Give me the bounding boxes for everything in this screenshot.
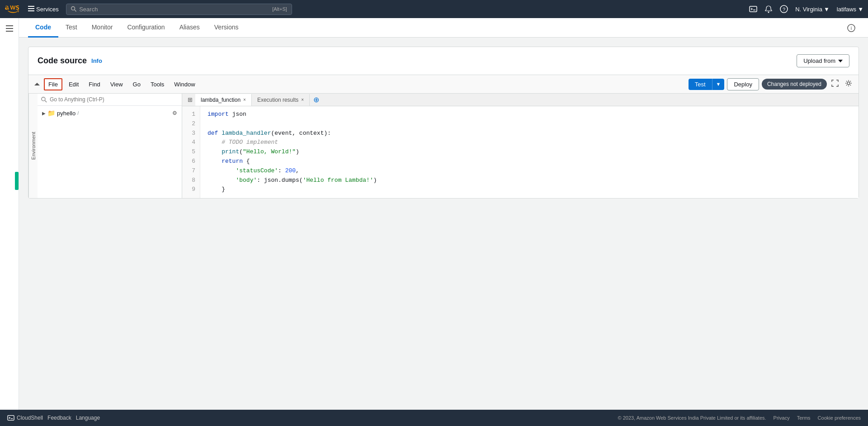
test-button[interactable]: Test [689,79,712,90]
folder-settings-icon[interactable]: ⚙ [172,110,177,116]
bottom-bar-left: CloudShell Feedback Language [7,414,100,421]
edit-menu-item[interactable]: Edit [65,79,82,90]
test-dropdown-button[interactable]: ▼ [712,79,725,90]
notifications-icon[interactable] [764,5,773,13]
svg-marker-16 [34,83,40,85]
tab-panel-icon[interactable]: ⊞ [185,94,195,106]
tools-menu-item[interactable]: Tools [147,79,168,90]
aws-logo[interactable] [5,4,19,14]
info-link[interactable]: Info [91,57,102,64]
content-area: Code Test Monitor Configuration Aliases … [19,18,868,410]
svg-text:i: i [851,25,852,31]
go-menu-item[interactable]: Go [129,79,144,90]
nav-right: ? N. Virginia ▼ latifaws ▼ [749,5,863,13]
top-nav: Services [Alt+S] ? N. Virginia ▼ latifaw… [0,0,868,18]
services-menu[interactable]: Services [24,4,62,14]
search-shortcut: [Alt+S] [272,6,287,12]
line-numbers: 1 2 3 4 5 6 7 8 9 [182,106,200,198]
file-search[interactable] [38,94,182,106]
file-panel: ▶ 📁 pyhello / ⚙ [38,94,182,198]
region-selector[interactable]: N. Virginia ▼ [795,6,830,13]
editor-tabs: ⊞ lambda_function × Execution results × … [182,94,859,106]
tab-code[interactable]: Code [28,18,58,38]
editor-toolbar: File Edit Find View Go Tools Window Test… [28,75,859,94]
svg-rect-5 [750,6,757,12]
collapse-button[interactable] [33,80,41,89]
panel-title: Code source Info [38,56,102,66]
tab-close-execution-icon[interactable]: × [301,97,304,102]
svg-rect-0 [28,6,34,7]
upload-from-button[interactable]: Upload from [797,54,849,67]
tab-versions[interactable]: Versions [207,18,246,38]
main-content: Code source Info Upload from File Edit [19,38,868,410]
find-menu-item[interactable]: Find [85,79,104,90]
file-menu-item[interactable]: File [44,78,62,90]
editor-tab-lambda[interactable]: lambda_function × [195,94,252,106]
svg-point-17 [847,82,850,85]
tab-test[interactable]: Test [58,18,85,38]
user-menu[interactable]: latifaws ▼ [837,6,863,13]
svg-rect-2 [28,10,34,11]
svg-text:?: ? [783,7,785,12]
svg-rect-20 [8,416,14,421]
code-body[interactable]: 1 2 3 4 5 6 7 8 9 import json def lambda… [182,106,859,198]
code-source-panel: Code source Info Upload from File Edit [28,47,859,199]
settings-icon[interactable] [843,78,854,90]
tab-close-icon[interactable]: × [243,97,246,102]
bottom-bar-right: © 2023, Amazon Web Services India Privat… [618,415,861,421]
add-tab-button[interactable]: ⊕ [310,94,323,106]
cookie-link[interactable]: Cookie preferences [818,415,861,421]
view-menu-item[interactable]: View [107,79,127,90]
code-content[interactable]: import json def lambda_handler(event, co… [200,106,859,198]
cloudshell-icon[interactable] [749,5,757,13]
svg-rect-1 [28,8,34,9]
file-tree-folder-item[interactable]: ▶ 📁 pyhello / ⚙ [38,108,182,118]
test-button-group: Test ▼ [689,79,725,90]
privacy-link[interactable]: Privacy [774,415,790,421]
svg-line-19 [45,100,47,102]
editor-tab-execution[interactable]: Execution results × [252,94,310,106]
tab-configuration[interactable]: Configuration [120,18,172,38]
svg-point-7 [768,12,769,13]
window-menu-item[interactable]: Window [170,79,198,90]
environment-sidebar-label: Environment [28,94,38,198]
svg-line-4 [75,10,76,12]
tab-aliases[interactable]: Aliases [172,18,207,38]
tab-monitor[interactable]: Monitor [85,18,120,38]
info-circle[interactable]: i [844,20,859,37]
panel-header: Code source Info Upload from [28,47,859,75]
terms-link[interactable]: Terms [797,415,811,421]
changes-badge: Changes not deployed [762,79,827,90]
svg-marker-15 [838,60,843,62]
file-tree: ▶ 📁 pyhello / ⚙ [38,106,182,198]
file-search-input[interactable] [50,96,178,103]
feedback-button[interactable]: Feedback [47,415,71,421]
expand-arrow-icon: ▶ [42,111,46,116]
folder-icon: 📁 [47,109,55,117]
left-sidebar [0,18,19,410]
svg-point-3 [71,7,75,10]
main-layout: Code Test Monitor Configuration Aliases … [0,18,868,410]
search-input[interactable] [79,6,269,13]
fullscreen-icon[interactable] [830,78,840,90]
search-bar[interactable]: [Alt+S] [66,4,292,15]
editor-area: Environment ▶ 📁 pyhello / [28,94,859,198]
deploy-button[interactable]: Deploy [727,78,759,90]
bottom-bar: CloudShell Feedback Language © 2023, Ama… [0,410,868,426]
scroll-indicator [15,172,19,190]
language-button[interactable]: Language [76,415,100,421]
cloudshell-button[interactable]: CloudShell [7,414,43,421]
help-icon[interactable]: ? [780,5,788,13]
code-editor-wrapper: ⊞ lambda_function × Execution results × … [182,94,859,198]
tab-bar: Code Test Monitor Configuration Aliases … [19,18,868,38]
svg-point-18 [42,97,45,100]
sidebar-toggle[interactable] [3,23,16,36]
